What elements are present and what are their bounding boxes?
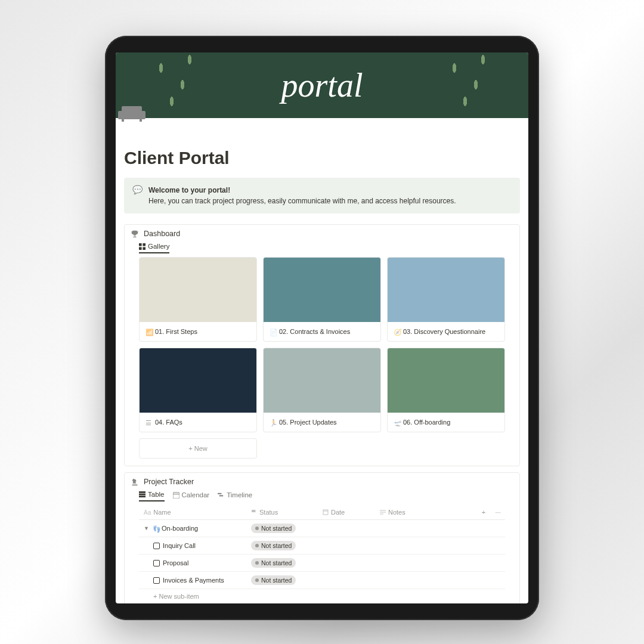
card-cover bbox=[140, 348, 256, 413]
gallery-card[interactable]: ☰04. FAQs bbox=[139, 348, 257, 432]
gallery-card[interactable]: 📄02. Contracts & Invoices bbox=[263, 257, 381, 342]
tablet-frame: portal Client Portal 💬 Welcome to your p… bbox=[105, 36, 539, 620]
table-tab-label: Table bbox=[148, 491, 165, 498]
calendar-icon bbox=[173, 492, 179, 499]
new-card-button[interactable]: + New bbox=[139, 438, 257, 459]
status-badge[interactable]: Not started bbox=[251, 558, 296, 568]
table-header-row: AaName Status Date Notes + ··· bbox=[139, 505, 505, 520]
subrow-name: Inquiry Call bbox=[163, 542, 196, 549]
subrow-name: Proposal bbox=[163, 559, 188, 566]
notes-icon bbox=[380, 509, 386, 515]
tracker-title: Project Tracker bbox=[144, 478, 194, 486]
table-subrow[interactable]: Inquiry Call Not started bbox=[139, 537, 505, 555]
checkbox[interactable] bbox=[153, 560, 160, 566]
timeline-icon bbox=[218, 492, 224, 499]
svg-rect-9 bbox=[143, 247, 145, 250]
cover-title: portal bbox=[281, 66, 363, 104]
callout-heading: Welcome to your portal! bbox=[148, 186, 230, 194]
tracker-header: Project Tracker bbox=[131, 478, 513, 486]
checkbox[interactable] bbox=[153, 543, 160, 549]
svg-rect-7 bbox=[143, 243, 145, 246]
card-icon: 🧭 bbox=[394, 329, 400, 335]
svg-rect-12 bbox=[139, 496, 145, 497]
status-badge[interactable]: Not started bbox=[251, 541, 296, 550]
card-icon: 🏃 bbox=[270, 419, 275, 425]
svg-rect-15 bbox=[218, 493, 221, 494]
page-content: Client Portal 💬 Welcome to your portal! … bbox=[116, 118, 528, 603]
card-label-text: 02. Contracts & Invoices bbox=[279, 328, 350, 335]
card-label-text: 03. Discovery Questionnaire bbox=[403, 328, 485, 335]
chess-knight-icon bbox=[131, 478, 139, 486]
svg-rect-5 bbox=[140, 119, 142, 122]
svg-rect-10 bbox=[139, 491, 145, 493]
timeline-view-tab[interactable]: Timeline bbox=[218, 491, 252, 501]
svg-rect-16 bbox=[219, 495, 223, 496]
card-label-text: 01. First Steps bbox=[155, 328, 197, 335]
columns-more-button[interactable]: ··· bbox=[491, 505, 505, 519]
subrow-name: Invoices & Payments bbox=[163, 577, 224, 584]
callout-body-text: Here, you can track project progress, ea… bbox=[148, 197, 456, 205]
status-badge[interactable]: Not started bbox=[251, 524, 296, 533]
calendar-tab-label: Calendar bbox=[182, 491, 210, 499]
column-notes[interactable]: Notes bbox=[375, 505, 476, 519]
checkbox[interactable] bbox=[153, 577, 160, 584]
card-label-text: 06. Off-boarding bbox=[403, 419, 450, 426]
screen: portal Client Portal 💬 Welcome to your p… bbox=[116, 52, 528, 603]
page-title: Client Portal bbox=[116, 148, 528, 178]
row-name: On-boarding bbox=[162, 525, 198, 532]
column-name[interactable]: AaName bbox=[139, 505, 246, 519]
card-cover bbox=[264, 348, 380, 413]
welcome-callout: 💬 Welcome to your portal! Here, you can … bbox=[124, 178, 520, 213]
toggle-icon[interactable]: ▼ bbox=[144, 525, 150, 531]
calendar-view-tab[interactable]: Calendar bbox=[173, 491, 210, 501]
row-emoji-icon: 👣 bbox=[153, 525, 159, 531]
dashboard-title: Dashboard bbox=[144, 230, 180, 238]
svg-rect-13 bbox=[173, 492, 179, 498]
timeline-tab-label: Timeline bbox=[227, 491, 252, 499]
card-cover bbox=[264, 258, 380, 322]
gallery-card[interactable]: 🧭03. Discovery Questionnaire bbox=[387, 257, 505, 342]
card-icon: ☰ bbox=[145, 419, 151, 425]
card-cover bbox=[388, 348, 504, 413]
calendar-small-icon bbox=[323, 509, 329, 515]
table-subrow[interactable]: Invoices & Payments Not started bbox=[139, 572, 505, 589]
card-cover bbox=[388, 258, 504, 322]
flag-icon bbox=[251, 509, 257, 515]
dashboard-section: Dashboard Gallery 📶01. First Steps 📄02. … bbox=[124, 224, 520, 466]
table-icon bbox=[139, 491, 145, 498]
speech-bubble-icon: 💬 bbox=[132, 185, 143, 206]
add-column-button[interactable]: + bbox=[476, 505, 491, 519]
gallery-icon bbox=[139, 243, 145, 250]
svg-rect-17 bbox=[323, 510, 328, 515]
card-icon: 📶 bbox=[145, 329, 151, 335]
card-label-text: 05. Project Updates bbox=[279, 419, 337, 426]
column-date[interactable]: Date bbox=[318, 505, 375, 519]
gallery-card[interactable]: 🏃05. Project Updates bbox=[263, 348, 381, 432]
svg-rect-4 bbox=[122, 119, 124, 122]
gallery-card[interactable]: 🛫06. Off-boarding bbox=[387, 348, 505, 432]
gallery-card[interactable]: 📶01. First Steps bbox=[139, 257, 257, 342]
new-subitem-button[interactable]: + New sub-item bbox=[139, 589, 505, 603]
dashboard-header: Dashboard bbox=[131, 230, 513, 238]
cover-image: portal bbox=[116, 52, 528, 118]
page-icon-couch[interactable] bbox=[118, 103, 145, 123]
card-icon: 📄 bbox=[270, 329, 275, 335]
trophy-icon bbox=[131, 230, 139, 238]
gallery-view-label: Gallery bbox=[148, 243, 169, 250]
svg-rect-3 bbox=[122, 114, 142, 119]
card-label-text: 04. FAQs bbox=[155, 419, 182, 426]
table-view-tab[interactable]: Table bbox=[139, 491, 165, 501]
svg-rect-0 bbox=[122, 106, 142, 114]
table-row[interactable]: ▼👣On-boarding Not started bbox=[139, 520, 505, 537]
table-subrow[interactable]: Proposal Not started bbox=[139, 555, 505, 572]
status-badge[interactable]: Not started bbox=[251, 575, 296, 585]
gallery-view-tab[interactable]: Gallery bbox=[139, 243, 169, 253]
svg-rect-8 bbox=[139, 247, 142, 250]
tracker-section: Project Tracker Table Calendar Timeline bbox=[124, 472, 520, 603]
card-cover bbox=[140, 258, 256, 322]
svg-rect-6 bbox=[139, 243, 142, 246]
card-icon: 🛫 bbox=[394, 419, 400, 425]
column-status[interactable]: Status bbox=[246, 505, 318, 519]
svg-rect-11 bbox=[139, 493, 145, 495]
